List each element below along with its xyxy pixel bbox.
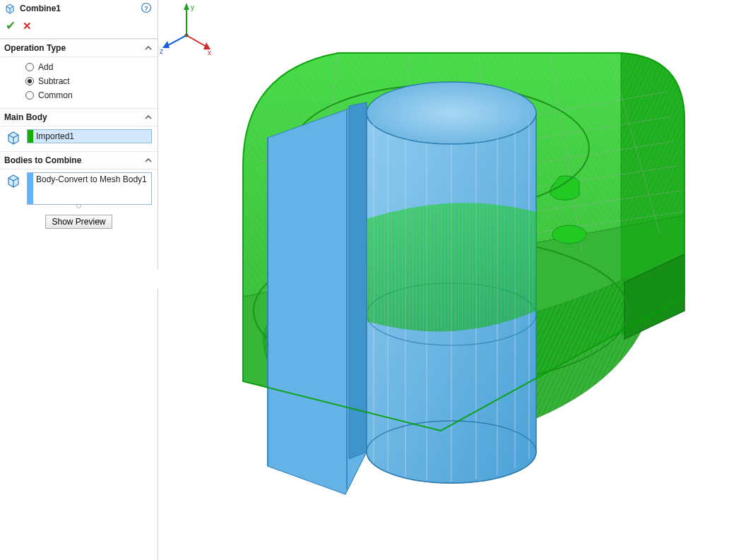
radio-icon xyxy=(25,77,34,85)
model-scene xyxy=(158,0,741,560)
cancel-button[interactable]: ✕ xyxy=(23,20,32,31)
selection-marker xyxy=(28,130,33,143)
resize-grip[interactable]: ○ xyxy=(6,204,152,210)
svg-marker-41 xyxy=(184,3,189,10)
radio-subtract[interactable]: Subtract xyxy=(25,74,152,88)
axis-label-x: x xyxy=(208,49,211,56)
bodies-to-combine-body: Body-Convert to Mesh Body1 ○ Show Previe… xyxy=(0,169,158,234)
bodies-to-combine-item: Body-Convert to Mesh Body1 xyxy=(33,173,151,204)
axis-label-z: z xyxy=(160,47,163,55)
chevron-up-icon xyxy=(143,43,153,53)
radio-add[interactable]: Add xyxy=(25,60,152,74)
section-title: Operation Type xyxy=(4,43,66,53)
chevron-up-icon xyxy=(143,155,153,165)
section-title: Main Body xyxy=(4,112,47,122)
svg-text:?: ? xyxy=(144,4,148,11)
feature-title: Combine1 xyxy=(20,4,141,13)
help-button[interactable]: ? xyxy=(141,2,152,16)
radio-label: Common xyxy=(38,90,73,100)
feature-header: Combine1 ? xyxy=(0,0,158,17)
ok-button[interactable]: ✔ xyxy=(6,20,16,32)
body-icon[interactable] xyxy=(6,130,21,145)
graphics-viewport[interactable]: y x z xyxy=(158,0,741,560)
axis-label-y: y xyxy=(191,4,194,11)
main-body-body: Imported1 xyxy=(0,126,158,151)
section-header-main-body[interactable]: Main Body xyxy=(0,108,158,126)
radio-label: Subtract xyxy=(38,76,70,86)
show-preview-button[interactable]: Show Preview xyxy=(45,215,112,229)
radio-icon xyxy=(25,91,34,100)
ok-cancel-bar: ✔ ✕ xyxy=(0,17,158,38)
radio-label: Add xyxy=(38,62,53,72)
orientation-triad[interactable]: y x z xyxy=(158,0,215,56)
bodies-to-combine-field[interactable]: Body-Convert to Mesh Body1 xyxy=(27,172,152,205)
section-header-bodies-to-combine[interactable]: Bodies to Combine xyxy=(0,151,158,169)
section-title: Bodies to Combine xyxy=(4,155,81,165)
radio-common[interactable]: Common xyxy=(25,88,152,102)
svg-marker-45 xyxy=(162,41,170,48)
mesh-body-front-overlay xyxy=(367,203,536,331)
main-body-field[interactable]: Imported1 xyxy=(27,129,152,143)
svg-line-42 xyxy=(186,35,206,47)
operation-type-body: Add Subtract Common xyxy=(0,57,158,108)
svg-point-23 xyxy=(552,225,586,244)
main-body-value: Imported1 xyxy=(33,130,151,143)
selection-marker xyxy=(28,173,33,204)
svg-point-46 xyxy=(185,34,189,37)
chevron-up-icon xyxy=(143,112,153,122)
svg-line-44 xyxy=(168,35,186,45)
section-header-operation-type[interactable]: Operation Type xyxy=(0,39,158,57)
radio-icon xyxy=(25,63,34,71)
body-icon[interactable] xyxy=(6,173,21,189)
property-manager-panel: Combine1 ? ✔ ✕ Operation Type xyxy=(0,0,158,560)
feature-icon xyxy=(4,3,16,14)
